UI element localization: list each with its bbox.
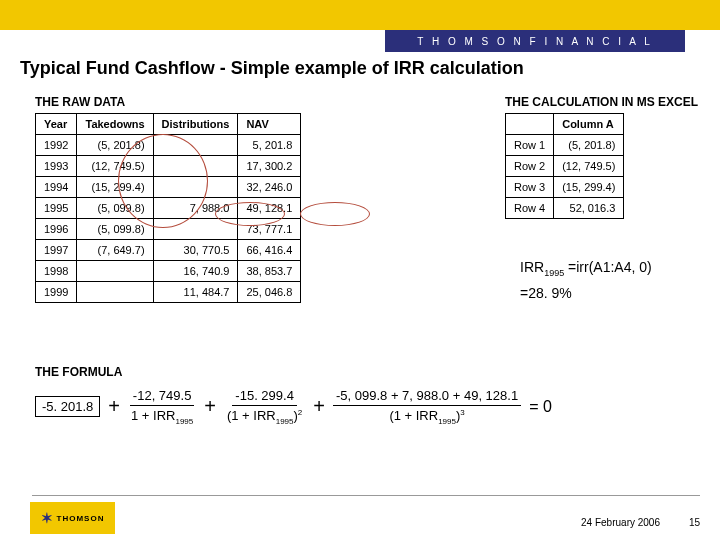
star-icon: ✶ [41, 510, 54, 526]
brand-strip: T H O M S O N F I N A N C I A L [385, 30, 685, 52]
col-rownum [506, 114, 554, 135]
table-row: Row 452, 016.3 [506, 198, 624, 219]
formula-term1: -12, 749.5 1 + IRR1995 [128, 388, 196, 426]
table-row: 199816, 740.938, 853.7 [36, 261, 301, 282]
cell: 5, 201.8 [238, 135, 301, 156]
irr-prefix: IRR [520, 259, 544, 275]
formula-term2: -15. 299.4 (1 + IRR1995)2 [224, 388, 305, 426]
cell: (15, 299.4) [77, 177, 153, 198]
formula-term0: -5. 201.8 [35, 396, 100, 417]
table-row: Row 2(12, 749.5) [506, 156, 624, 177]
table-row: 199911, 484.725, 046.8 [36, 282, 301, 303]
thomson-logo: ✶ THOMSON [30, 502, 115, 534]
cell: 30, 770.5 [153, 240, 238, 261]
col-distributions: Distributions [153, 114, 238, 135]
raw-data-table: Year Takedowns Distributions NAV 1992(5,… [35, 113, 301, 303]
cell: Row 1 [506, 135, 554, 156]
cell: 1993 [36, 156, 77, 177]
cell: (7, 649.7) [77, 240, 153, 261]
cell [77, 261, 153, 282]
cell: 1997 [36, 240, 77, 261]
cell [153, 135, 238, 156]
cell: 32, 246.0 [238, 177, 301, 198]
cell [153, 156, 238, 177]
irr-sub: 1995 [544, 268, 564, 278]
raw-data-label: THE RAW DATA [35, 95, 301, 109]
table-row: Row 1(5, 201.8) [506, 135, 624, 156]
table-row: 1997(7, 649.7)30, 770.566, 416.4 [36, 240, 301, 261]
formula-eq: = 0 [529, 398, 552, 416]
cell [153, 219, 238, 240]
term2-den: (1 + IRR1995)2 [224, 406, 305, 426]
cell: 1998 [36, 261, 77, 282]
highlight-ellipse [300, 202, 370, 226]
col-takedowns: Takedowns [77, 114, 153, 135]
accent-bar [0, 0, 720, 30]
cell [153, 177, 238, 198]
irr-func: =irr(A1:A4, 0) [568, 259, 652, 275]
cell: (5, 099.8) [77, 198, 153, 219]
divider [32, 495, 700, 496]
cell: 7, 988.0 [153, 198, 238, 219]
cell: (12, 749.5) [77, 156, 153, 177]
cell: 1999 [36, 282, 77, 303]
cell: (12, 749.5) [554, 156, 624, 177]
cell: 1994 [36, 177, 77, 198]
table-row: 1996(5, 099.8)73, 777.1 [36, 219, 301, 240]
cell: Row 4 [506, 198, 554, 219]
irr-value: =28. 9% [520, 281, 652, 306]
footer-date: 24 February 2006 [581, 517, 660, 528]
cell [77, 282, 153, 303]
cell: 11, 484.7 [153, 282, 238, 303]
term1-num: -12, 749.5 [130, 388, 195, 406]
calc-table: Column A Row 1(5, 201.8)Row 2(12, 749.5)… [505, 113, 624, 219]
table-row: 1994(15, 299.4)32, 246.0 [36, 177, 301, 198]
cell: 49, 128.1 [238, 198, 301, 219]
page-title: Typical Fund Cashflow - Simple example o… [20, 58, 524, 79]
cell: 1992 [36, 135, 77, 156]
plus-icon: + [313, 395, 325, 418]
formula-term3: -5, 099.8 + 7, 988.0 + 49, 128.1 (1 + IR… [333, 388, 521, 426]
cell: 38, 853.7 [238, 261, 301, 282]
table-row: 1995(5, 099.8)7, 988.049, 128.1 [36, 198, 301, 219]
cell: 16, 740.9 [153, 261, 238, 282]
cell: (15, 299.4) [554, 177, 624, 198]
cell: 1996 [36, 219, 77, 240]
page-number: 15 [689, 517, 700, 528]
term3-num: -5, 099.8 + 7, 988.0 + 49, 128.1 [333, 388, 521, 406]
cell: Row 3 [506, 177, 554, 198]
formula: -5. 201.8 + -12, 749.5 1 + IRR1995 + -15… [35, 388, 552, 426]
calc-excel-section: THE CALCULATION IN MS EXCEL Column A Row… [505, 95, 698, 219]
table-row: 1992(5, 201.8)5, 201.8 [36, 135, 301, 156]
calc-excel-label: THE CALCULATION IN MS EXCEL [505, 95, 698, 109]
plus-icon: + [204, 395, 216, 418]
term2-num: -15. 299.4 [232, 388, 297, 406]
cell: (5, 099.8) [77, 219, 153, 240]
col-nav: NAV [238, 114, 301, 135]
cell: 73, 777.1 [238, 219, 301, 240]
cell: (5, 201.8) [554, 135, 624, 156]
cell: (5, 201.8) [77, 135, 153, 156]
col-a: Column A [554, 114, 624, 135]
footer: ✶ THOMSON 24 February 2006 15 [0, 495, 720, 540]
cell: 25, 046.8 [238, 282, 301, 303]
col-year: Year [36, 114, 77, 135]
logo-text: THOMSON [57, 514, 105, 523]
term3-den: (1 + IRR1995)3 [386, 406, 467, 426]
cell: 1995 [36, 198, 77, 219]
irr-result: IRR1995 =irr(A1:A4, 0) =28. 9% [520, 255, 652, 306]
table-row: Row 3(15, 299.4) [506, 177, 624, 198]
cell: Row 2 [506, 156, 554, 177]
plus-icon: + [108, 395, 120, 418]
cell: 52, 016.3 [554, 198, 624, 219]
cell: 66, 416.4 [238, 240, 301, 261]
cell: 17, 300.2 [238, 156, 301, 177]
raw-data-section: THE RAW DATA Year Takedowns Distribution… [35, 95, 301, 303]
formula-label: THE FORMULA [35, 365, 122, 379]
table-row: 1993(12, 749.5)17, 300.2 [36, 156, 301, 177]
term1-den: 1 + IRR1995 [128, 406, 196, 426]
